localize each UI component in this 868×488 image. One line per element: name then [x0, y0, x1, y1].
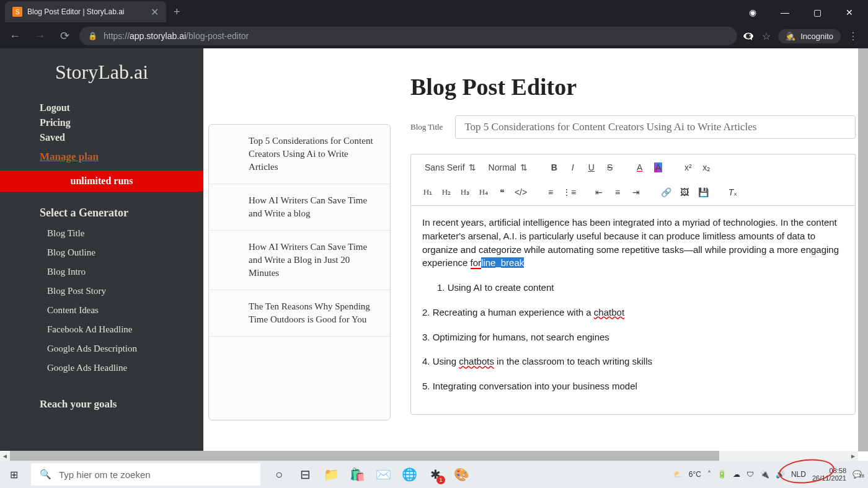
code-button[interactable]: </>: [513, 184, 529, 200]
posts-list[interactable]: Top 5 Considerations for Content Creator…: [208, 124, 391, 420]
link-button[interactable]: 🔗: [658, 184, 674, 200]
strike-button[interactable]: S: [602, 159, 618, 175]
list-item: 2. Recreating a human experience with a …: [422, 306, 844, 319]
post-item[interactable]: The Ten Reasons Why Spending Time Outdoo…: [209, 290, 390, 337]
subscript-button[interactable]: x₂: [699, 159, 715, 175]
h1-button[interactable]: H₁: [420, 184, 436, 200]
gen-blog-title[interactable]: Blog Title: [47, 228, 203, 239]
clear-format-button[interactable]: Tₓ: [725, 184, 741, 200]
shield-icon[interactable]: ◉: [739, 4, 766, 21]
size-select[interactable]: Normal ⇅: [484, 160, 533, 175]
quote-button[interactable]: ❝: [494, 184, 510, 200]
list-item: 3. Optimizing for humans, not search eng…: [422, 331, 844, 344]
browser-chrome: S Blog Post Editor | StoryLab.ai ✕ + ◉ —…: [0, 0, 868, 48]
posts-column: Top 5 Considerations for Content Creator…: [203, 48, 396, 451]
h3-button[interactable]: H₃: [457, 184, 473, 200]
menu-icon[interactable]: ⋮: [848, 30, 858, 42]
store-icon[interactable]: 🛍️: [348, 466, 366, 483]
minimize-button[interactable]: —: [771, 4, 799, 21]
explorer-icon[interactable]: 📁: [322, 466, 340, 483]
maximize-button[interactable]: ▢: [804, 4, 831, 21]
h4-button[interactable]: H₄: [476, 184, 492, 200]
post-item[interactable]: How AI Writers Can Save Time and Write a…: [209, 231, 390, 290]
post-item[interactable]: Top 5 Considerations for Content Creator…: [209, 125, 390, 184]
power-icon[interactable]: 🔌: [760, 470, 769, 479]
align-button[interactable]: ≡: [609, 184, 626, 200]
scroll-left-icon[interactable]: ◄: [0, 453, 10, 459]
address-bar[interactable]: 🔒 https://app.storylab.ai/blog-post-edit…: [79, 27, 737, 45]
gen-google-headline[interactable]: Google Ads Headline: [47, 363, 203, 373]
close-tab-icon[interactable]: ✕: [151, 6, 159, 18]
browser-actions: 👁‍🗨 ☆ 🕵️Incognito ⋮: [742, 29, 863, 43]
gen-content-ideas[interactable]: Content Ideas: [47, 305, 203, 316]
language-indicator[interactable]: NLD: [791, 470, 806, 479]
task-view-icon[interactable]: ⊟: [296, 466, 314, 483]
sidebar-saved[interactable]: Saved: [40, 132, 203, 143]
h2-button[interactable]: H₂: [438, 184, 454, 200]
browser-tab[interactable]: S Blog Post Editor | StoryLab.ai ✕: [5, 1, 166, 22]
address-bar-row: ← → ⟳ 🔒 https://app.storylab.ai/blog-pos…: [0, 24, 868, 48]
eye-off-icon[interactable]: 👁‍🗨: [742, 30, 755, 42]
start-button[interactable]: ⊞: [0, 461, 27, 488]
gen-google-desc[interactable]: Google Ads Description: [47, 344, 203, 354]
chevron-icon: ⇅: [469, 162, 476, 172]
intro-paragraph: In recent years, artificial intelligence…: [422, 216, 844, 270]
close-window-button[interactable]: ✕: [836, 4, 863, 21]
sidebar-pricing[interactable]: Pricing: [40, 117, 203, 128]
outdent-button[interactable]: ⇤: [591, 184, 607, 200]
new-tab-button[interactable]: +: [166, 6, 188, 19]
gen-blog-outline[interactable]: Blog Outline: [47, 247, 203, 258]
favicon: S: [12, 7, 22, 17]
tab-title: Blog Post Editor | StoryLab.ai: [27, 7, 146, 16]
sidebar-logout[interactable]: Logout: [40, 102, 203, 113]
gen-blog-intro[interactable]: Blog Intro: [47, 267, 203, 277]
manage-plan-link[interactable]: Manage plan: [40, 151, 203, 163]
goals-header: Reach your goals: [0, 398, 203, 410]
sidebar: StoryLab.ai Logout Pricing Saved Manage …: [0, 48, 203, 451]
incognito-badge[interactable]: 🕵️Incognito: [778, 29, 841, 43]
bullet-list-button[interactable]: ⋮≡: [561, 184, 577, 200]
vertical-scrollbar[interactable]: [858, 48, 868, 451]
italic-button[interactable]: I: [565, 159, 581, 175]
save-button[interactable]: 💾: [695, 184, 711, 200]
highlight-button[interactable]: A: [650, 159, 666, 175]
chrome-icon[interactable]: 🌐: [401, 466, 418, 483]
mail-icon[interactable]: ✉️: [374, 466, 392, 483]
post-item[interactable]: How AI Writers Can Save Time and Write a…: [209, 184, 390, 231]
onedrive-icon[interactable]: ☁: [733, 470, 740, 479]
notifications-icon[interactable]: 💬18: [852, 470, 862, 479]
gen-facebook-ad[interactable]: Facebook Ad Headline: [47, 324, 203, 335]
cortana-icon[interactable]: ○: [270, 466, 288, 483]
badge: 1: [436, 476, 445, 484]
editor-content[interactable]: In recent years, artificial intelligence…: [410, 205, 856, 415]
paint-icon[interactable]: 🎨: [453, 466, 470, 483]
battery-icon[interactable]: 🔋: [717, 470, 727, 479]
star-icon[interactable]: ☆: [762, 30, 771, 42]
clock[interactable]: 08:58 26/11/2021: [812, 467, 846, 482]
ordered-list-button[interactable]: ≡: [542, 184, 559, 200]
brand-logo: StoryLab.ai: [0, 61, 203, 84]
security-icon[interactable]: 🛡: [746, 470, 754, 479]
weather-icon[interactable]: ⛅: [673, 470, 683, 479]
slack-icon[interactable]: ✱1: [427, 466, 444, 483]
text-color-button[interactable]: A: [632, 159, 648, 175]
list-item: 5. Integrating conversation into your bu…: [422, 379, 844, 393]
gen-blog-post-story[interactable]: Blog Post Story: [47, 286, 203, 296]
font-select[interactable]: Sans Serif ⇅: [420, 160, 481, 175]
bold-button[interactable]: B: [546, 159, 562, 175]
weather-temp[interactable]: 6°C: [689, 470, 701, 479]
horizontal-scrollbar[interactable]: ◄ ►: [0, 451, 858, 461]
back-button[interactable]: ←: [5, 26, 25, 46]
image-button[interactable]: 🖼: [676, 184, 693, 200]
taskbar-search[interactable]: 🔍 Typ hier om te zoeken: [31, 463, 260, 486]
underline-button[interactable]: U: [583, 159, 600, 175]
forward-button[interactable]: →: [30, 26, 50, 46]
superscript-button[interactable]: x²: [680, 159, 696, 175]
title-input[interactable]: [455, 115, 856, 139]
editor-toolbar: Sans Serif ⇅ Normal ⇅ B I U S A A x² x₂ …: [410, 154, 856, 205]
chevron-up-icon[interactable]: ˄: [707, 470, 711, 479]
scroll-right-icon[interactable]: ►: [848, 453, 858, 459]
volume-icon[interactable]: 🔊: [776, 470, 785, 479]
indent-button[interactable]: ⇥: [628, 184, 644, 200]
reload-button[interactable]: ⟳: [55, 26, 74, 46]
